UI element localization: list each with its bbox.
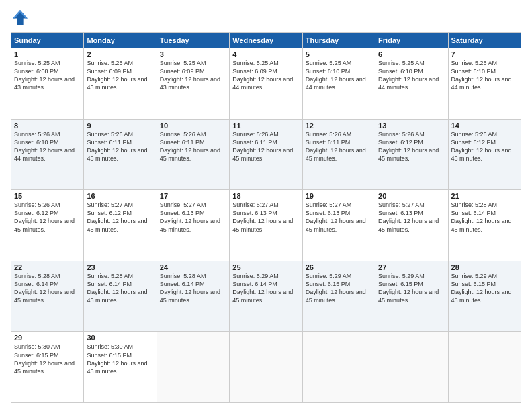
day-number: 23 (87, 263, 153, 271)
calendar-week-row: 29Sunrise: 5:30 AMSunset: 6:15 PMDayligh… (11, 332, 521, 403)
day-info: Sunrise: 5:26 AMSunset: 6:11 PMDaylight:… (306, 130, 372, 163)
calendar-day-cell: 16Sunrise: 5:27 AMSunset: 6:12 PMDayligh… (84, 190, 157, 261)
day-number: 22 (14, 263, 81, 271)
day-number: 20 (378, 192, 445, 200)
day-number: 21 (451, 192, 518, 200)
calendar-day-cell: 27Sunrise: 5:29 AMSunset: 6:15 PMDayligh… (375, 261, 448, 332)
weekday-header-row: Sunday Monday Tuesday Wednesday Thursday… (11, 33, 521, 48)
calendar-week-row: 8Sunrise: 5:26 AMSunset: 6:10 PMDaylight… (11, 119, 521, 190)
calendar-day-cell: 1Sunrise: 5:25 AMSunset: 6:08 PMDaylight… (11, 48, 84, 120)
day-number: 27 (378, 263, 445, 271)
day-info: Sunrise: 5:27 AMSunset: 6:13 PMDaylight:… (378, 201, 445, 234)
calendar-day-cell (157, 332, 229, 403)
calendar-day-cell: 7Sunrise: 5:25 AMSunset: 6:10 PMDaylight… (448, 48, 521, 120)
day-number: 18 (232, 192, 299, 200)
day-number: 26 (306, 263, 372, 271)
day-info: Sunrise: 5:25 AMSunset: 6:09 PMDaylight:… (232, 59, 299, 92)
calendar-day-cell: 24Sunrise: 5:28 AMSunset: 6:14 PMDayligh… (157, 261, 229, 332)
day-info: Sunrise: 5:26 AMSunset: 6:11 PMDaylight:… (232, 130, 299, 163)
calendar-day-cell: 17Sunrise: 5:27 AMSunset: 6:13 PMDayligh… (157, 190, 229, 261)
calendar-day-cell (375, 332, 448, 403)
day-info: Sunrise: 5:26 AMSunset: 6:10 PMDaylight:… (14, 130, 81, 163)
day-number: 4 (232, 50, 299, 58)
day-number: 12 (306, 122, 372, 130)
calendar-day-cell: 18Sunrise: 5:27 AMSunset: 6:13 PMDayligh… (230, 190, 302, 261)
calendar-day-cell: 12Sunrise: 5:26 AMSunset: 6:11 PMDayligh… (302, 119, 375, 190)
day-number: 6 (378, 50, 445, 58)
day-info: Sunrise: 5:29 AMSunset: 6:15 PMDaylight:… (306, 272, 372, 305)
calendar-day-cell: 29Sunrise: 5:30 AMSunset: 6:15 PMDayligh… (11, 332, 84, 403)
day-number: 9 (87, 122, 153, 130)
day-info: Sunrise: 5:28 AMSunset: 6:14 PMDaylight:… (160, 272, 226, 305)
calendar-week-row: 22Sunrise: 5:28 AMSunset: 6:14 PMDayligh… (11, 261, 521, 332)
day-info: Sunrise: 5:25 AMSunset: 6:10 PMDaylight:… (451, 59, 518, 92)
calendar-day-cell: 8Sunrise: 5:26 AMSunset: 6:10 PMDaylight… (11, 119, 84, 190)
col-thursday: Thursday (302, 33, 375, 48)
day-info: Sunrise: 5:27 AMSunset: 6:13 PMDaylight:… (160, 201, 226, 234)
day-number: 30 (87, 334, 153, 342)
day-number: 7 (451, 50, 518, 58)
day-number: 19 (306, 192, 372, 200)
day-info: Sunrise: 5:26 AMSunset: 6:12 PMDaylight:… (451, 130, 518, 163)
logo-icon (11, 8, 30, 27)
day-number: 28 (451, 263, 518, 271)
col-friday: Friday (375, 33, 448, 48)
col-wednesday: Wednesday (230, 33, 302, 48)
day-info: Sunrise: 5:27 AMSunset: 6:13 PMDaylight:… (232, 201, 299, 234)
day-info: Sunrise: 5:27 AMSunset: 6:13 PMDaylight:… (306, 201, 372, 234)
day-info: Sunrise: 5:30 AMSunset: 6:15 PMDaylight:… (87, 342, 153, 375)
day-number: 24 (160, 263, 226, 271)
col-monday: Monday (84, 33, 157, 48)
calendar-day-cell: 25Sunrise: 5:29 AMSunset: 6:14 PMDayligh… (230, 261, 302, 332)
day-info: Sunrise: 5:26 AMSunset: 6:11 PMDaylight:… (87, 130, 153, 163)
calendar-day-cell: 10Sunrise: 5:26 AMSunset: 6:11 PMDayligh… (157, 119, 229, 190)
logo (11, 8, 32, 27)
calendar-day-cell: 2Sunrise: 5:25 AMSunset: 6:09 PMDaylight… (84, 48, 157, 120)
day-number: 14 (451, 122, 518, 130)
day-info: Sunrise: 5:27 AMSunset: 6:12 PMDaylight:… (87, 201, 153, 234)
day-info: Sunrise: 5:26 AMSunset: 6:12 PMDaylight:… (378, 130, 445, 163)
day-info: Sunrise: 5:25 AMSunset: 6:09 PMDaylight:… (160, 59, 226, 92)
calendar-day-cell: 20Sunrise: 5:27 AMSunset: 6:13 PMDayligh… (375, 190, 448, 261)
day-number: 3 (160, 50, 226, 58)
day-info: Sunrise: 5:28 AMSunset: 6:14 PMDaylight:… (451, 201, 518, 234)
day-info: Sunrise: 5:26 AMSunset: 6:12 PMDaylight:… (14, 201, 81, 234)
calendar-day-cell: 4Sunrise: 5:25 AMSunset: 6:09 PMDaylight… (230, 48, 302, 120)
day-info: Sunrise: 5:28 AMSunset: 6:14 PMDaylight:… (14, 272, 81, 305)
calendar-day-cell: 6Sunrise: 5:25 AMSunset: 6:10 PMDaylight… (375, 48, 448, 120)
col-sunday: Sunday (11, 33, 84, 48)
calendar-week-row: 15Sunrise: 5:26 AMSunset: 6:12 PMDayligh… (11, 190, 521, 261)
day-number: 11 (232, 122, 299, 130)
day-number: 8 (14, 122, 81, 130)
day-number: 10 (160, 122, 226, 130)
calendar-day-cell: 5Sunrise: 5:25 AMSunset: 6:10 PMDaylight… (302, 48, 375, 120)
day-info: Sunrise: 5:29 AMSunset: 6:15 PMDaylight:… (378, 272, 445, 305)
calendar-day-cell: 19Sunrise: 5:27 AMSunset: 6:13 PMDayligh… (302, 190, 375, 261)
day-number: 17 (160, 192, 226, 200)
calendar-page: Sunday Monday Tuesday Wednesday Thursday… (0, 0, 532, 411)
calendar-week-row: 1Sunrise: 5:25 AMSunset: 6:08 PMDaylight… (11, 48, 521, 120)
calendar-day-cell: 11Sunrise: 5:26 AMSunset: 6:11 PMDayligh… (230, 119, 302, 190)
calendar-day-cell: 14Sunrise: 5:26 AMSunset: 6:12 PMDayligh… (448, 119, 521, 190)
calendar-table: Sunday Monday Tuesday Wednesday Thursday… (11, 32, 521, 403)
calendar-day-cell: 9Sunrise: 5:26 AMSunset: 6:11 PMDaylight… (84, 119, 157, 190)
day-info: Sunrise: 5:25 AMSunset: 6:09 PMDaylight:… (87, 59, 153, 92)
calendar-day-cell: 28Sunrise: 5:29 AMSunset: 6:15 PMDayligh… (448, 261, 521, 332)
day-info: Sunrise: 5:30 AMSunset: 6:15 PMDaylight:… (14, 342, 81, 375)
day-number: 5 (306, 50, 372, 58)
calendar-day-cell: 21Sunrise: 5:28 AMSunset: 6:14 PMDayligh… (448, 190, 521, 261)
calendar-day-cell: 13Sunrise: 5:26 AMSunset: 6:12 PMDayligh… (375, 119, 448, 190)
day-info: Sunrise: 5:28 AMSunset: 6:14 PMDaylight:… (87, 272, 153, 305)
day-info: Sunrise: 5:25 AMSunset: 6:10 PMDaylight:… (378, 59, 445, 92)
day-number: 13 (378, 122, 445, 130)
calendar-day-cell: 30Sunrise: 5:30 AMSunset: 6:15 PMDayligh… (84, 332, 157, 403)
day-info: Sunrise: 5:25 AMSunset: 6:08 PMDaylight:… (14, 59, 81, 92)
day-number: 1 (14, 50, 81, 58)
calendar-day-cell: 26Sunrise: 5:29 AMSunset: 6:15 PMDayligh… (302, 261, 375, 332)
header (11, 8, 521, 27)
day-number: 25 (232, 263, 299, 271)
day-number: 2 (87, 50, 153, 58)
calendar-day-cell: 22Sunrise: 5:28 AMSunset: 6:14 PMDayligh… (11, 261, 84, 332)
calendar-day-cell: 23Sunrise: 5:28 AMSunset: 6:14 PMDayligh… (84, 261, 157, 332)
day-number: 16 (87, 192, 153, 200)
